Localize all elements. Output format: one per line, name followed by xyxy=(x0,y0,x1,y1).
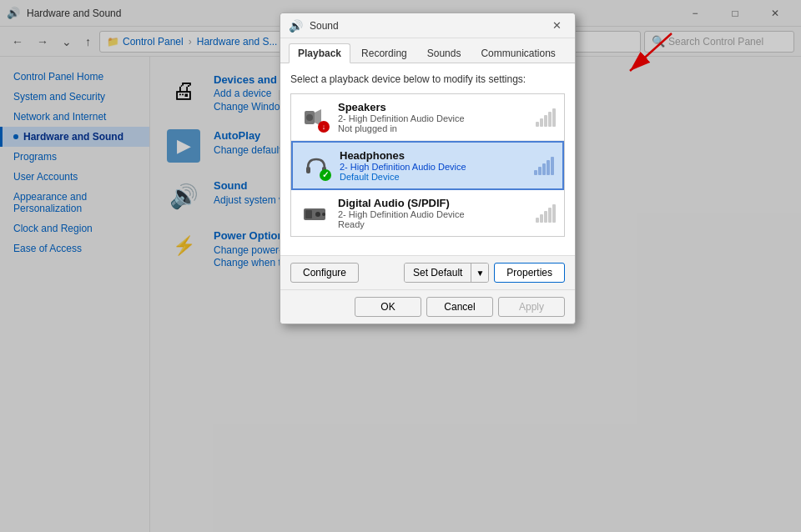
svg-point-8 xyxy=(322,213,325,216)
device-item-headphones[interactable]: ✓ Headphones 2- High Definition Audio De… xyxy=(291,141,564,190)
footer-left: Configure xyxy=(290,263,359,283)
spdif-name: Digital Audio (S/PDIF) xyxy=(338,197,527,209)
properties-button[interactable]: Properties xyxy=(494,263,565,283)
spdif-status: Ready xyxy=(338,219,527,229)
speakers-bars xyxy=(536,108,556,127)
speakers-info: Speakers 2- High Definition Audio Device… xyxy=(338,101,527,133)
sound-dialog: 🔊 Sound ✕ Playback Recording Sounds Comm… xyxy=(280,13,576,324)
headphones-subtitle: 2- High Definition Audio Device xyxy=(340,162,526,172)
headphones-status-badge: ✓ xyxy=(320,169,331,181)
cancel-button[interactable]: Cancel xyxy=(426,297,493,317)
spdif-subtitle: 2- High Definition Audio Device xyxy=(338,209,527,219)
tab-communications[interactable]: Communications xyxy=(471,43,564,63)
bar-4 xyxy=(547,160,550,175)
bar-1 xyxy=(536,218,539,223)
tab-sounds[interactable]: Sounds xyxy=(418,43,471,63)
headphones-icon-wrap: ✓ xyxy=(301,151,331,181)
headphones-name: Headphones xyxy=(340,149,526,162)
bar-5 xyxy=(552,108,556,127)
dialog-title-text: Sound xyxy=(310,20,540,32)
svg-point-2 xyxy=(306,114,313,121)
bar-4 xyxy=(548,112,552,127)
set-default-wrap: Set Default ▼ xyxy=(404,263,489,283)
bar-2 xyxy=(540,118,543,127)
dialog-body: Select a playback device below to modify… xyxy=(280,63,575,255)
ok-button[interactable]: OK xyxy=(355,297,421,317)
bar-5 xyxy=(552,204,556,223)
speakers-status: Not plugged in xyxy=(338,123,527,133)
headphones-info: Headphones 2- High Definition Audio Devi… xyxy=(340,149,526,182)
footer-right: Set Default ▼ Properties xyxy=(404,263,565,283)
speakers-name: Speakers xyxy=(338,101,527,113)
dialog-footer-bottom: OK Cancel Apply xyxy=(280,289,575,324)
bar-2 xyxy=(540,214,543,223)
svg-rect-3 xyxy=(306,167,310,173)
dialog-footer-top: Configure Set Default ▼ Properties xyxy=(280,255,575,289)
bar-3 xyxy=(544,211,547,223)
speakers-icon-wrap: ↓ xyxy=(300,103,330,133)
bar-1 xyxy=(534,170,537,175)
set-default-arrow-button[interactable]: ▼ xyxy=(471,263,488,282)
dialog-instruction: Select a playback device below to modify… xyxy=(290,73,565,85)
bar-3 xyxy=(544,115,547,127)
spdif-icon-wrap xyxy=(300,198,330,228)
bar-1 xyxy=(536,122,539,127)
headphones-status: Default Device xyxy=(340,172,526,182)
bar-4 xyxy=(548,208,552,223)
device-list: ↓ Speakers 2- High Definition Audio Devi… xyxy=(290,93,565,237)
tab-recording[interactable]: Recording xyxy=(352,43,416,63)
device-item-speakers[interactable]: ↓ Speakers 2- High Definition Audio Devi… xyxy=(291,94,564,141)
speakers-subtitle: 2- High Definition Audio Device xyxy=(338,113,527,123)
headphones-bars xyxy=(534,157,554,175)
configure-button[interactable]: Configure xyxy=(290,263,359,283)
spdif-icon xyxy=(301,200,328,227)
dialog-tabs: Playback Recording Sounds Communications xyxy=(280,38,575,63)
speakers-status-badge: ↓ xyxy=(318,121,330,133)
spdif-info: Digital Audio (S/PDIF) 2- High Definitio… xyxy=(338,197,527,229)
svg-point-7 xyxy=(315,212,320,217)
svg-rect-6 xyxy=(305,210,312,218)
set-default-button[interactable]: Set Default xyxy=(405,263,471,282)
bar-2 xyxy=(538,167,542,175)
dialog-title-icon: 🔊 xyxy=(289,19,303,33)
bar-3 xyxy=(542,163,546,175)
apply-button[interactable]: Apply xyxy=(498,297,565,317)
bar-5 xyxy=(551,157,554,175)
device-item-spdif[interactable]: Digital Audio (S/PDIF) 2- High Definitio… xyxy=(291,190,564,236)
dialog-titlebar: 🔊 Sound ✕ xyxy=(280,13,575,38)
spdif-bars xyxy=(536,204,556,223)
tab-playback[interactable]: Playback xyxy=(289,43,350,63)
dialog-close-button[interactable]: ✕ xyxy=(547,16,567,36)
